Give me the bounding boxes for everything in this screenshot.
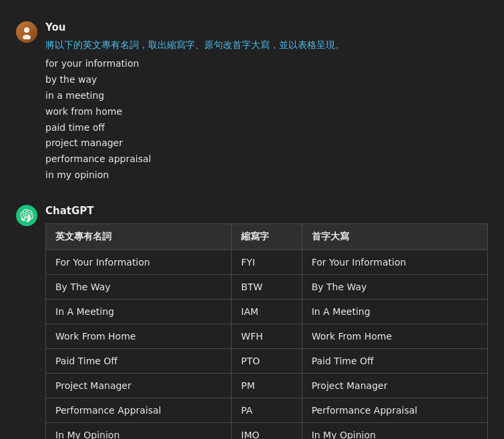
assistant-name: ChatGPT	[45, 205, 488, 217]
table-cell: For Your Information	[46, 250, 232, 274]
chat-container: You 將以下的英文專有名詞，取出縮寫字、原句改首字大寫，並以表格呈現。 for…	[0, 0, 504, 439]
table-cell: WFH	[232, 324, 302, 348]
table-cell: PM	[232, 373, 302, 398]
user-instruction: 將以下的英文專有名詞，取出縮寫字、原句改首字大寫，並以表格呈現。	[45, 37, 488, 52]
phrase-item: project manager	[45, 135, 488, 151]
table-header-row: 英文專有名詞縮寫字首字大寫	[46, 224, 488, 250]
table-body: For Your InformationFYIFor Your Informat…	[46, 250, 488, 439]
phrase-item: for your information	[45, 56, 488, 72]
svg-point-0	[24, 27, 29, 33]
table-cell: BTW	[232, 274, 302, 299]
table-cell: In My Opinion	[302, 422, 487, 439]
table-cell: In My Opinion	[46, 422, 232, 439]
user-message-content: You 將以下的英文專有名詞，取出縮寫字、原句改首字大寫，並以表格呈現。 for…	[45, 21, 488, 183]
phrase-item: performance appraisal	[45, 151, 488, 167]
table-cell: IMO	[232, 422, 302, 439]
result-table: 英文專有名詞縮寫字首字大寫 For Your InformationFYIFor…	[45, 224, 488, 439]
table-row: By The WayBTWBy The Way	[46, 274, 488, 299]
table-cell: For Your Information	[302, 250, 487, 274]
table-row: Performance AppraisalPAPerformance Appra…	[46, 398, 488, 422]
user-message: You 將以下的英文專有名詞，取出縮寫字、原句改首字大寫，並以表格呈現。 for…	[0, 11, 504, 194]
phrase-item: in a meeting	[45, 88, 488, 104]
svg-point-1	[23, 35, 31, 39]
table-cell: PTO	[232, 348, 302, 373]
phrase-item: in my opinion	[45, 167, 488, 183]
phrase-item: by the way	[45, 72, 488, 88]
table-header-cell: 首字大寫	[302, 224, 487, 250]
table-cell: By The Way	[302, 274, 487, 299]
assistant-message-content: ChatGPT 英文專有名詞縮寫字首字大寫 For Your Informati…	[45, 205, 488, 439]
chatgpt-icon	[20, 209, 33, 222]
table-cell: PA	[232, 398, 302, 422]
table-cell: Project Manager	[46, 373, 232, 398]
table-cell: Performance Appraisal	[46, 398, 232, 422]
table-header-cell: 縮寫字	[232, 224, 302, 250]
user-avatar	[16, 21, 37, 43]
table-cell: Performance Appraisal	[302, 398, 487, 422]
table-row: Paid Time OffPTOPaid Time Off	[46, 348, 488, 373]
table-cell: Work From Home	[302, 324, 487, 348]
table-cell: Paid Time Off	[302, 348, 487, 373]
chatgpt-avatar	[16, 205, 37, 226]
table-cell: Project Manager	[302, 373, 487, 398]
table-row: In A MeetingIAMIn A Meeting	[46, 299, 488, 324]
user-name: You	[45, 21, 488, 33]
table-cell: FYI	[232, 250, 302, 274]
avatar-image	[16, 21, 37, 43]
table-row: Project ManagerPMProject Manager	[46, 373, 488, 398]
table-cell: In A Meeting	[302, 299, 487, 324]
table-header-cell: 英文專有名詞	[46, 224, 232, 250]
table-row: Work From HomeWFHWork From Home	[46, 324, 488, 348]
phrase-list: for your informationby the wayin a meeti…	[45, 56, 488, 183]
table-cell: IAM	[232, 299, 302, 324]
table-row: For Your InformationFYIFor Your Informat…	[46, 250, 488, 274]
table-head: 英文專有名詞縮寫字首字大寫	[46, 224, 488, 250]
table-cell: Paid Time Off	[46, 348, 232, 373]
table-cell: In A Meeting	[46, 299, 232, 324]
table-row: In My OpinionIMOIn My Opinion	[46, 422, 488, 439]
phrase-item: work from home	[45, 104, 488, 120]
phrase-item: paid time off	[45, 120, 488, 136]
assistant-message: ChatGPT 英文專有名詞縮寫字首字大寫 For Your Informati…	[0, 194, 504, 439]
user-text: 將以下的英文專有名詞，取出縮寫字、原句改首字大寫，並以表格呈現。 for you…	[45, 37, 488, 183]
table-cell: By The Way	[46, 274, 232, 299]
table-cell: Work From Home	[46, 324, 232, 348]
